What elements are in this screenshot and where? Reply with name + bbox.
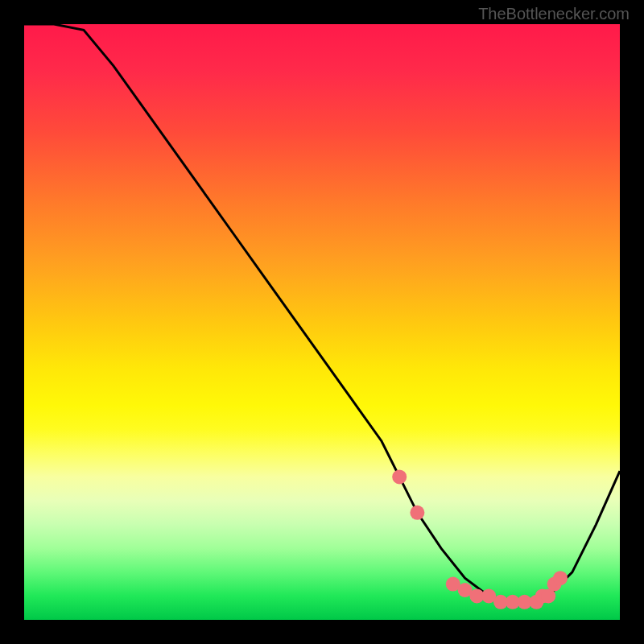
plot-area xyxy=(24,24,620,620)
bottleneck-curve xyxy=(24,24,620,602)
watermark-text: TheBottlenecker.com xyxy=(478,5,630,23)
marker-point xyxy=(553,571,568,585)
marker-point xyxy=(410,506,424,520)
chart-container: TheBottlenecker.com xyxy=(0,0,644,644)
chart-svg xyxy=(24,24,620,620)
curve-path xyxy=(24,24,620,602)
marker-point xyxy=(392,469,407,484)
